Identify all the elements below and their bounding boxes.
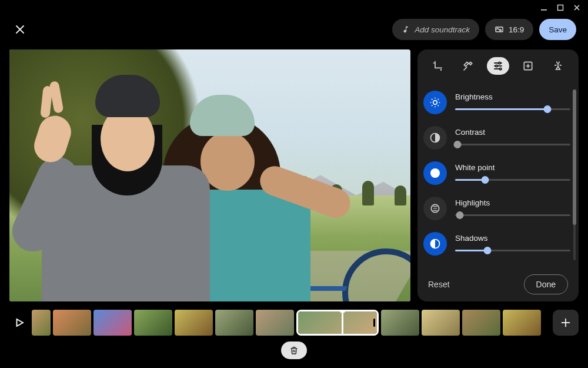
svg-rect-0 [541,9,547,11]
whitepoint-icon[interactable] [423,161,447,185]
aspect-ratio-label: 16:9 [509,25,524,34]
svg-point-5 [499,68,501,69]
brightness-label: Brightness [455,92,570,101]
window-minimize-button[interactable] [540,4,548,12]
timeline-clip[interactable] [422,310,460,336]
svg-point-4 [496,65,497,67]
adjust-row-shadows: Shadows [423,226,570,261]
whitepoint-label: White point [455,163,570,172]
brightness-slider[interactable] [455,105,570,113]
soundtrack-label: Add soundtrack [415,25,470,34]
timeline-clip[interactable] [32,310,51,336]
aspect-ratio-button[interactable]: 16:9 [485,19,533,40]
edited-photo [9,49,410,301]
contrast-label: Contrast [455,128,570,137]
highlights-icon[interactable] [423,197,447,220]
window-maximize-button[interactable] [556,4,564,12]
adjust-row-brightness: Brightness [423,85,570,120]
timeline-clip[interactable] [175,310,213,336]
adjust-row-highlights: Highlights [423,191,570,226]
tab-crop[interactable] [427,57,449,75]
done-button[interactable]: Done [524,274,568,294]
reset-button[interactable]: Reset [428,280,450,289]
contrast-icon[interactable] [423,126,447,150]
add-soundtrack-button[interactable]: Add soundtrack [392,19,479,40]
editor-topbar: Add soundtrack 16:9 Save [0,18,588,41]
aspect-ratio-icon [495,25,504,34]
timeline-clip[interactable] [503,310,541,336]
adjustments-list: BrightnessContrastWhite pointHighlightsS… [417,82,579,267]
highlights-label: Highlights [455,198,570,207]
timeline-clip[interactable] [53,310,91,336]
shadows-label: Shadows [455,234,570,243]
tab-adjust[interactable] [487,57,509,75]
panel-scrollbar-thumb[interactable] [573,89,576,225]
tab-filters[interactable] [517,57,539,75]
timeline-clip[interactable] [215,310,253,336]
tab-markup[interactable] [547,57,569,75]
window-close-button[interactable] [573,4,581,12]
play-button[interactable] [9,310,29,336]
window-titlebar [533,0,588,15]
timeline [9,310,579,336]
delete-clip-button[interactable] [281,342,307,359]
timeline-clip[interactable] [296,310,379,336]
edit-panel: BrightnessContrastWhite pointHighlightsS… [417,49,579,301]
close-editor-button[interactable] [13,22,27,37]
whitepoint-slider[interactable] [455,175,570,184]
brightness-icon[interactable] [423,91,447,114]
contrast-slider[interactable] [455,140,570,148]
shadows-slider[interactable] [455,246,570,254]
photo-canvas[interactable] [9,49,410,301]
svg-point-3 [499,62,500,64]
playhead[interactable] [342,310,343,336]
trash-icon [289,346,299,355]
svg-rect-1 [558,5,563,11]
timeline-clip[interactable] [381,310,419,336]
add-clip-button[interactable] [553,310,579,336]
save-button[interactable]: Save [539,19,576,40]
timeline-clip[interactable] [134,310,172,336]
svg-marker-11 [17,319,24,326]
shadows-icon[interactable] [423,232,447,256]
tab-tools[interactable] [457,57,479,75]
music-note-icon [402,25,410,34]
timeline-clip[interactable] [256,310,294,336]
timeline-clips[interactable] [32,310,547,336]
adjust-row-contrast: Contrast [423,120,570,155]
save-label: Save [549,25,567,34]
edit-panel-tabs [417,49,579,82]
timeline-clip[interactable] [93,310,132,336]
svg-point-7 [433,101,437,105]
adjust-row-whitepoint: White point [423,155,570,191]
highlights-slider[interactable] [455,211,570,219]
timeline-clip[interactable] [462,310,500,336]
